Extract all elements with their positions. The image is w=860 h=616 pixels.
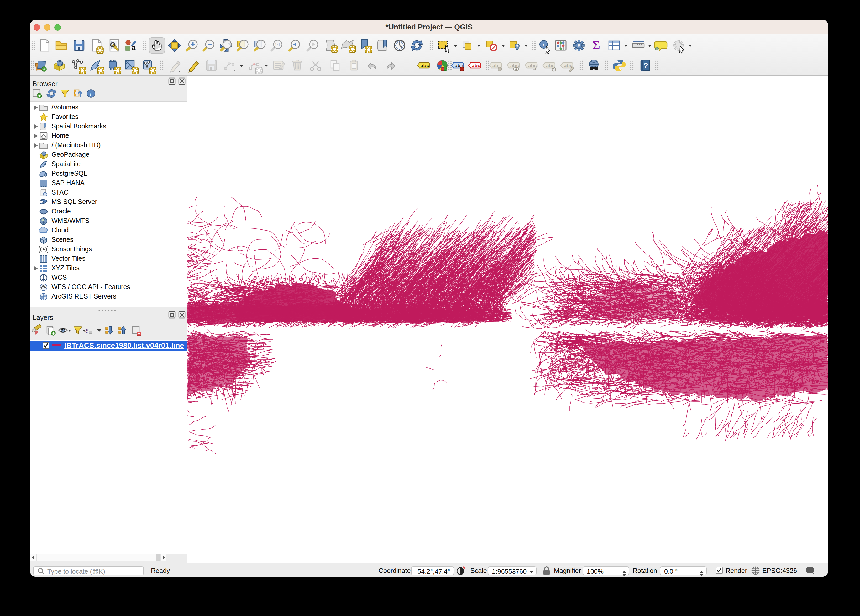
svg-text:a: a <box>132 44 136 52</box>
svg-text:abc: abc <box>510 63 519 68</box>
svg-text:abc: abc <box>421 63 429 68</box>
svg-text:abc: abc <box>528 63 537 68</box>
svg-text:Σ: Σ <box>593 39 600 52</box>
svg-text:i: i <box>543 41 544 48</box>
svg-text:abc: abc <box>564 63 573 68</box>
svg-text:abc: abc <box>546 63 555 68</box>
svg-text:1:1: 1:1 <box>275 43 280 47</box>
svg-text:abc: abc <box>472 63 480 68</box>
svg-text:?: ? <box>643 61 648 70</box>
svg-text:i: i <box>90 90 91 97</box>
svg-text:ab: ab <box>455 63 460 68</box>
svg-text:ε: ε <box>85 325 88 334</box>
svg-text:ab: ab <box>493 63 498 68</box>
